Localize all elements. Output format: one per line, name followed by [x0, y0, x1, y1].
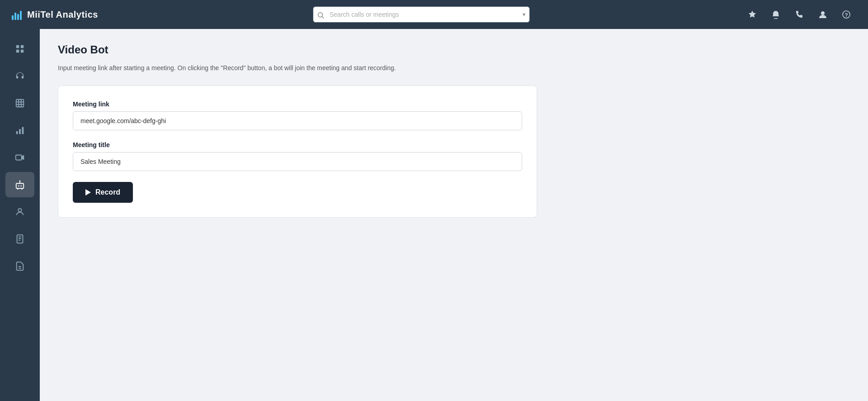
page-title: Video Bot	[58, 43, 850, 56]
meeting-link-group: Meeting link	[73, 100, 522, 130]
search-icon	[317, 10, 324, 19]
avatar-button[interactable]	[812, 4, 834, 25]
meeting-link-label: Meeting link	[73, 100, 522, 108]
svg-text:?: ?	[845, 12, 848, 18]
sidebar-item-video[interactable]	[5, 145, 34, 170]
search-input[interactable]	[313, 6, 530, 23]
record-button[interactable]: Record	[73, 182, 133, 203]
sidebar-item-analytics[interactable]	[5, 118, 34, 143]
sidebar-item-calls[interactable]	[5, 63, 34, 89]
logo-icon	[11, 8, 24, 21]
svg-line-5	[322, 16, 324, 18]
svg-point-28	[18, 209, 21, 212]
svg-rect-11	[16, 50, 19, 53]
page-description: Input meeting link after starting a meet…	[58, 63, 850, 73]
svg-point-23	[18, 185, 19, 186]
meeting-title-input[interactable]	[73, 152, 522, 171]
sidebar-item-bot[interactable]	[5, 172, 34, 197]
sidebar-item-dashboard[interactable]	[5, 36, 34, 62]
search-dropdown-arrow[interactable]: ▾	[523, 11, 525, 18]
topnav-actions: ?	[741, 4, 857, 25]
main-layout: Video Bot Input meeting link after start…	[0, 29, 868, 401]
play-icon	[85, 189, 91, 196]
svg-rect-1	[14, 13, 16, 20]
main-content: Video Bot Input meeting link after start…	[40, 29, 868, 401]
svg-point-6	[821, 11, 825, 15]
meeting-link-input[interactable]	[73, 111, 522, 130]
app-logo: MiiTel Analytics	[11, 8, 101, 21]
sidebar-item-documents[interactable]	[5, 253, 34, 279]
svg-rect-21	[16, 155, 22, 160]
meeting-title-group: Meeting title	[73, 141, 522, 171]
sidebar-item-table[interactable]	[5, 91, 34, 116]
notifications-button[interactable]	[765, 4, 787, 25]
svg-rect-13	[16, 100, 24, 107]
favorites-button[interactable]	[741, 4, 763, 25]
record-button-label: Record	[95, 188, 120, 196]
svg-rect-10	[21, 45, 24, 48]
svg-rect-2	[17, 14, 19, 20]
svg-rect-12	[21, 50, 24, 53]
svg-rect-9	[16, 45, 19, 48]
top-navigation: MiiTel Analytics ▾ ?	[0, 0, 868, 29]
svg-rect-19	[19, 129, 21, 134]
sidebar-item-contacts[interactable]	[5, 199, 34, 224]
svg-rect-0	[12, 15, 14, 20]
phone-button[interactable]	[788, 4, 810, 25]
app-name: MiiTel Analytics	[27, 10, 98, 20]
svg-rect-3	[20, 11, 22, 20]
svg-point-25	[19, 180, 21, 181]
svg-rect-22	[16, 183, 24, 188]
video-bot-card: Meeting link Meeting title Record	[58, 86, 537, 218]
sidebar-item-tasks[interactable]	[5, 226, 34, 252]
svg-point-24	[20, 185, 22, 186]
search-container: ▾	[313, 6, 530, 23]
meeting-title-label: Meeting title	[73, 141, 522, 148]
svg-rect-18	[16, 131, 18, 134]
sidebar	[0, 29, 40, 401]
search-area: ▾	[101, 6, 741, 23]
svg-rect-20	[22, 127, 24, 134]
help-button[interactable]: ?	[835, 4, 857, 25]
